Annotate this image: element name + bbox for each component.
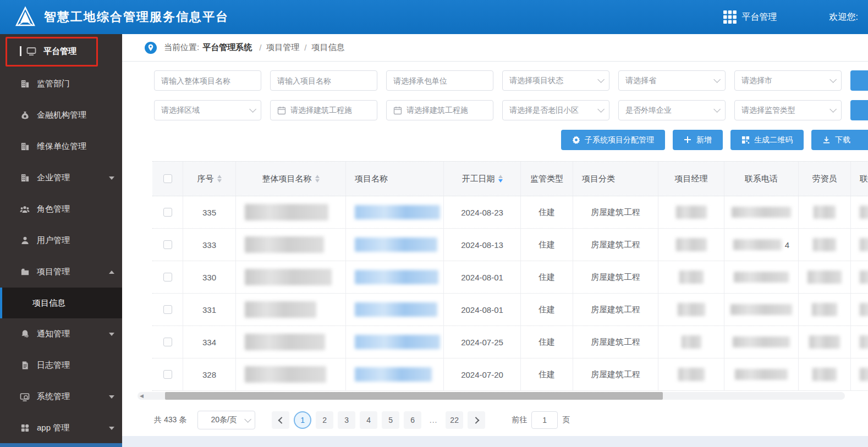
sidebar-item-system-management[interactable]: 系统管理 bbox=[0, 381, 122, 412]
project-status-select[interactable]: 请选择项目状态 bbox=[502, 70, 609, 91]
chevron-left-icon bbox=[278, 417, 285, 424]
scroll-left-arrow-icon[interactable]: ◀ bbox=[140, 392, 144, 400]
sidebar-item-financial-institutions[interactable]: 金融机构管理 bbox=[0, 100, 122, 131]
row-checkbox[interactable] bbox=[163, 208, 172, 217]
sort-icon[interactable] bbox=[217, 175, 222, 183]
construction-date-start-picker[interactable]: 请选择建筑工程施 bbox=[270, 100, 377, 120]
project-category: 房屋建筑工程 bbox=[591, 207, 640, 218]
add-button[interactable]: 新增 bbox=[673, 130, 723, 150]
subsystem-assignment-button[interactable]: 子系统项目分配管理 bbox=[561, 130, 665, 150]
platform-switcher[interactable]: 平台管理 bbox=[723, 10, 777, 24]
redacted-contact-phone bbox=[733, 336, 790, 347]
sidebar-item-label: 企业管理 bbox=[37, 173, 109, 183]
start-date: 2024-07-25 bbox=[461, 338, 503, 347]
redacted-project-name-link[interactable] bbox=[355, 335, 440, 349]
supervision-type: 住建 bbox=[539, 272, 555, 283]
redacted-project-manager bbox=[678, 368, 705, 381]
table-header-row: 序号 整体项目名称 项目名称 开工日期 监管类型 项 bbox=[152, 161, 868, 196]
page-button-22[interactable]: 22 bbox=[446, 411, 463, 429]
column-header-project-category: 项目分类 bbox=[573, 162, 658, 196]
column-header-overall-project-name[interactable]: 整体项目名称 bbox=[236, 162, 346, 196]
search-button[interactable] bbox=[850, 70, 868, 91]
sidebar-item-notification-management[interactable]: 通知管理 bbox=[0, 318, 122, 350]
generate-qrcode-button[interactable]: 生成二维码 bbox=[730, 130, 804, 150]
column-header-seq[interactable]: 序号 bbox=[183, 162, 236, 196]
page-button-2[interactable]: 2 bbox=[316, 411, 333, 429]
project-category: 房屋建筑工程 bbox=[591, 369, 640, 380]
pages-ellipsis[interactable]: ... bbox=[426, 416, 441, 424]
sidebar-item-supervision-dept[interactable]: 监管部门 bbox=[0, 68, 122, 100]
horizontal-scrollbar[interactable]: ◀ bbox=[138, 392, 845, 400]
sidebar-item-app-management[interactable]: app 管理 bbox=[0, 412, 122, 444]
sort-icon[interactable] bbox=[315, 175, 320, 183]
sidebar-subitem-project-info[interactable]: 项目信息 bbox=[0, 288, 122, 318]
redacted-project-name-link[interactable] bbox=[355, 205, 440, 219]
page-button-6[interactable]: 6 bbox=[404, 411, 421, 429]
page-button-3[interactable]: 3 bbox=[338, 411, 355, 429]
sidebar-item-project-management[interactable]: 项目管理 bbox=[0, 256, 122, 288]
start-date: 2024-07-20 bbox=[461, 370, 503, 379]
row-checkbox[interactable] bbox=[163, 305, 172, 314]
breadcrumb-prefix: 当前位置: bbox=[164, 42, 199, 53]
jump-page-input[interactable] bbox=[531, 411, 558, 429]
scrollbar-thumb[interactable] bbox=[165, 392, 663, 400]
city-select[interactable]: 请选择市 bbox=[734, 70, 842, 91]
next-page-button[interactable] bbox=[468, 411, 485, 429]
breadcrumb-level2[interactable]: 项目信息 bbox=[312, 42, 345, 53]
sidebar-item-maintenance-units[interactable]: 维保单位管理 bbox=[0, 131, 122, 162]
sidebar-item-label: 平台管理 bbox=[43, 46, 114, 57]
project-category: 房屋建筑工程 bbox=[591, 272, 640, 283]
action-toolbar: 子系统项目分配管理 新增 生成二维码 bbox=[154, 130, 868, 150]
redacted-project-name-link[interactable] bbox=[355, 302, 437, 317]
sidebar-item-role-management[interactable]: 角色管理 bbox=[0, 194, 122, 225]
redacted-project-name-link[interactable] bbox=[355, 367, 432, 382]
province-select[interactable]: 请选择省 bbox=[618, 70, 726, 91]
table-row: 335 2024-08-23 住建 房屋建筑工程 bbox=[152, 196, 868, 229]
chevron-down-icon bbox=[109, 427, 114, 430]
sort-icon-active-desc[interactable] bbox=[498, 175, 503, 183]
page-button-5[interactable]: 5 bbox=[382, 411, 399, 429]
table-row: 333 2024-08-13 住建 房屋建筑工程 4 bbox=[152, 229, 868, 261]
contractor-input[interactable] bbox=[386, 70, 493, 91]
sidebar-item-platform-management[interactable]: 平台管理 bbox=[0, 34, 122, 68]
sidebar-item-user-management[interactable]: 用户管理 bbox=[0, 225, 122, 256]
row-checkbox[interactable] bbox=[163, 370, 172, 379]
bell-icon bbox=[20, 329, 30, 339]
sidebar-item-label: 通知管理 bbox=[37, 329, 109, 339]
row-checkbox[interactable] bbox=[163, 338, 172, 346]
redacted-contact-phone-2 bbox=[860, 206, 868, 219]
foreign-enterprise-select[interactable]: 是否外埠企业 bbox=[618, 100, 726, 120]
page-size-select[interactable]: 20条/页 bbox=[197, 411, 255, 429]
redacted-project-manager bbox=[682, 335, 701, 349]
sidebar-item-label: 金融机构管理 bbox=[37, 110, 114, 120]
page-button-1[interactable]: 1 bbox=[294, 411, 311, 429]
location-pin-icon bbox=[144, 41, 157, 54]
construction-date-end-picker[interactable]: 请选择建筑工程施 bbox=[386, 100, 493, 120]
row-checkbox[interactable] bbox=[163, 273, 172, 282]
redacted-overall-project-name bbox=[245, 204, 328, 220]
select-all-checkbox[interactable] bbox=[163, 174, 172, 183]
project-name-input[interactable] bbox=[270, 70, 377, 91]
redacted-project-name-link[interactable] bbox=[355, 238, 437, 252]
chevron-down-icon bbox=[249, 106, 256, 113]
redacted-project-name-link[interactable] bbox=[355, 270, 438, 284]
download-button[interactable]: 下载 bbox=[811, 130, 868, 150]
reset-button[interactable] bbox=[850, 100, 868, 120]
sidebar-item-log-management[interactable]: 日志管理 bbox=[0, 350, 122, 381]
breadcrumb-root[interactable]: 平台管理系统 bbox=[202, 42, 252, 53]
sidebar-item-enterprise-management[interactable]: 企业管理 bbox=[0, 162, 122, 194]
overall-project-name-input[interactable] bbox=[154, 70, 261, 91]
old-community-select[interactable]: 请选择是否老旧小区 bbox=[502, 100, 609, 120]
district-select[interactable]: 请选择区域 bbox=[154, 100, 261, 120]
prev-page-button[interactable] bbox=[272, 411, 289, 429]
column-header-start-date[interactable]: 开工日期 bbox=[444, 162, 521, 196]
column-header-labor-officer: 劳资员 bbox=[799, 162, 851, 196]
page-button-4[interactable]: 4 bbox=[360, 411, 377, 429]
row-checkbox[interactable] bbox=[163, 240, 172, 249]
collapse-bar-icon bbox=[20, 46, 21, 56]
redacted-labor-officer bbox=[812, 303, 837, 316]
redacted-contact-phone bbox=[735, 369, 788, 380]
breadcrumb-level1[interactable]: 项目管理 bbox=[266, 42, 299, 53]
supervision-type-select[interactable]: 请选择监管类型 bbox=[734, 100, 842, 120]
chevron-down-icon bbox=[713, 106, 721, 113]
